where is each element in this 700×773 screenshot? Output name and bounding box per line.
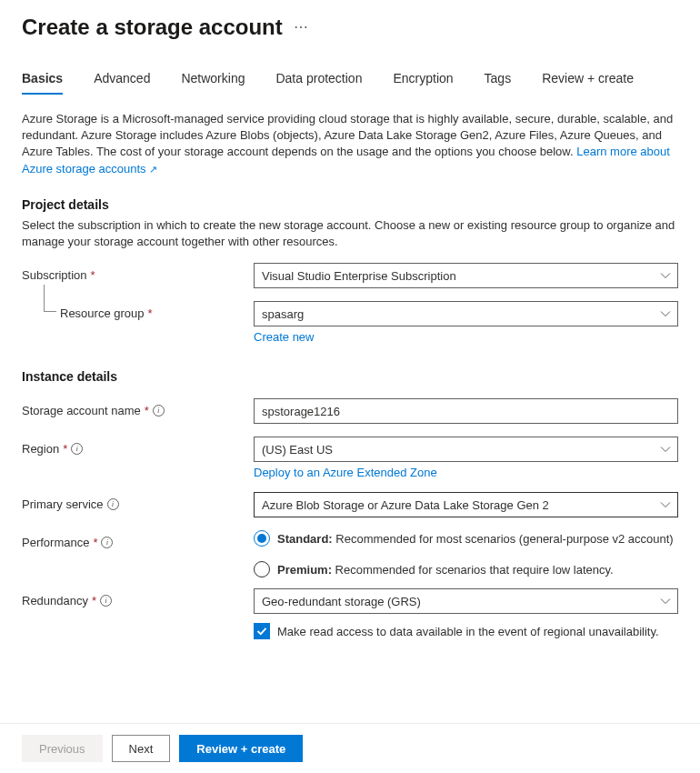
performance-standard-label: Standard: Recommended for most scenarios… — [277, 532, 674, 546]
region-value: (US) East US — [262, 443, 333, 457]
read-access-label: Make read access to data available in th… — [277, 625, 659, 638]
info-icon[interactable]: i — [100, 595, 112, 607]
tab-basics[interactable]: Basics — [22, 65, 63, 95]
page-title: Create a storage account — [22, 15, 283, 40]
region-select[interactable]: (US) East US — [254, 437, 678, 462]
instance-details-heading: Instance details — [22, 369, 678, 384]
redundancy-select[interactable]: Geo-redundant storage (GRS) — [254, 588, 678, 614]
hierarchy-bracket-icon — [44, 285, 56, 312]
tab-networking[interactable]: Networking — [181, 65, 245, 95]
info-icon[interactable]: i — [101, 537, 113, 548]
tab-advanced[interactable]: Advanced — [94, 65, 150, 95]
resource-group-select[interactable]: spasarg — [254, 301, 678, 326]
radio-selected-icon — [254, 530, 270, 547]
primary-service-value: Azure Blob Storage or Azure Data Lake St… — [262, 498, 549, 512]
redundancy-label: Redundancy * i — [22, 588, 254, 607]
tab-data-protection[interactable]: Data protection — [275, 65, 362, 95]
tab-tags[interactable]: Tags — [485, 65, 512, 95]
subscription-value: Visual Studio Enterprise Subscription — [262, 269, 456, 283]
info-icon[interactable]: i — [107, 498, 119, 510]
intro-body: Azure Storage is a Microsoft-managed ser… — [22, 112, 673, 158]
project-details-desc: Select the subscription in which to crea… — [22, 217, 678, 250]
performance-standard-radio[interactable]: Standard: Recommended for most scenarios… — [254, 530, 678, 547]
primary-service-label: Primary service i — [22, 492, 254, 511]
external-link-icon: ↗ — [149, 164, 157, 175]
intro-text: Azure Storage is a Microsoft-managed ser… — [22, 111, 678, 177]
performance-label: Performance * i — [22, 530, 254, 549]
tab-review[interactable]: Review + create — [542, 65, 634, 95]
performance-premium-label: Premium: Recommended for scenarios that … — [277, 563, 614, 577]
resource-group-label: Resource group * — [22, 301, 254, 320]
tab-bar: Basics Advanced Networking Data protecti… — [22, 65, 678, 95]
storage-name-value: spstorage1216 — [262, 405, 340, 418]
subscription-label: Subscription * — [22, 263, 254, 282]
radio-unselected-icon — [254, 561, 270, 577]
resource-group-value: spasarg — [262, 307, 304, 321]
more-icon[interactable]: ⋯ — [294, 20, 309, 40]
project-details-heading: Project details — [22, 197, 678, 212]
subscription-select[interactable]: Visual Studio Enterprise Subscription — [254, 263, 678, 288]
read-access-checkbox[interactable] — [254, 623, 270, 639]
performance-premium-radio[interactable]: Premium: Recommended for scenarios that … — [254, 561, 678, 577]
info-icon[interactable]: i — [71, 443, 83, 455]
create-new-link[interactable]: Create new — [254, 330, 314, 344]
region-label: Region * i — [22, 437, 254, 456]
info-icon[interactable]: i — [153, 405, 165, 417]
tab-encryption[interactable]: Encryption — [393, 65, 453, 95]
storage-name-label: Storage account name * i — [22, 398, 254, 417]
primary-service-select[interactable]: Azure Blob Storage or Azure Data Lake St… — [254, 492, 678, 517]
redundancy-value: Geo-redundant storage (GRS) — [262, 595, 421, 608]
extended-zone-link[interactable]: Deploy to an Azure Extended Zone — [254, 466, 437, 479]
storage-name-input[interactable]: spstorage1216 — [254, 398, 678, 424]
